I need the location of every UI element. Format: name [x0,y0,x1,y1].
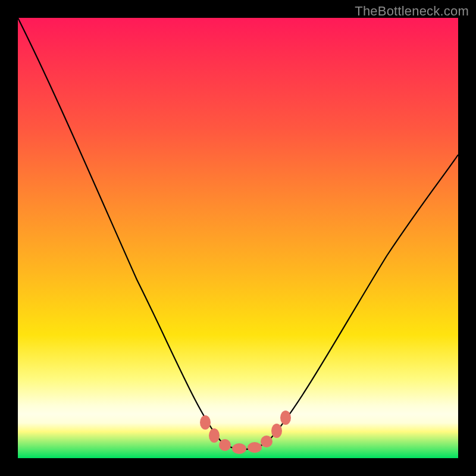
watermark-text: TheBottleneck.com [355,4,469,19]
svg-point-3 [232,443,246,454]
svg-point-4 [248,442,262,453]
svg-point-5 [261,436,273,447]
svg-point-2 [219,439,231,451]
svg-point-1 [209,428,220,443]
curve-layer [18,18,458,458]
trough-markers [200,411,291,454]
bottleneck-curve [18,18,458,449]
svg-point-6 [271,424,282,438]
svg-point-7 [280,411,291,425]
svg-point-0 [200,415,211,430]
chart-frame: TheBottleneck.com [0,0,476,476]
plot-area [18,18,458,458]
